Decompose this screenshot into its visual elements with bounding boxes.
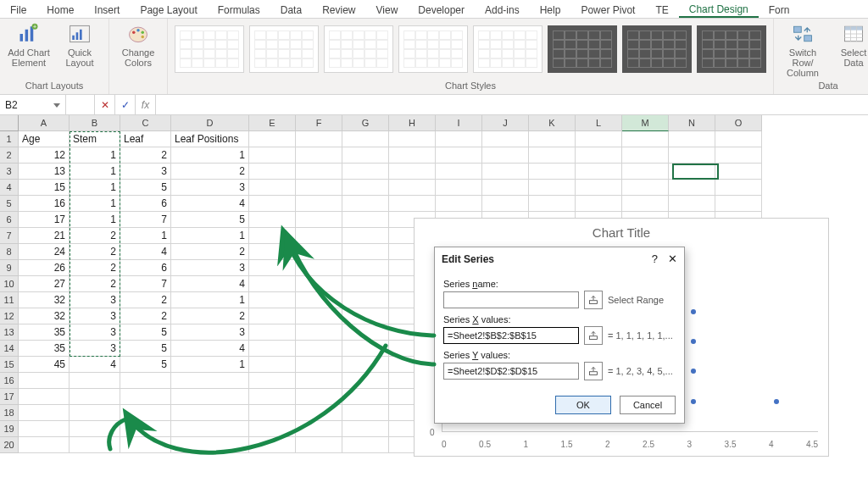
ribbon-tab-help[interactable]: Help [530,0,571,18]
quick-layout-button[interactable]: Quick Layout [58,22,102,68]
cell[interactable] [296,341,342,357]
cell[interactable] [249,131,296,147]
cell[interactable] [436,147,482,164]
cell[interactable] [342,308,389,324]
chart-style-thumb[interactable] [175,25,244,73]
ribbon-tab-te[interactable]: TE [645,0,678,18]
cell[interactable] [622,131,669,147]
cell[interactable]: Leaf Positions [171,131,249,147]
add-chart-element-button[interactable]: + Add Chart Element [7,22,51,68]
cell[interactable]: 4 [171,276,249,292]
cell[interactable] [249,357,296,373]
cell[interactable] [171,389,249,405]
chart-style-thumb[interactable] [548,25,617,73]
cell[interactable] [249,389,296,405]
cell[interactable] [70,389,120,405]
formula-input[interactable] [156,95,868,114]
cell[interactable]: 32 [19,292,70,308]
cell[interactable] [342,244,389,260]
cell[interactable] [296,292,342,308]
chart-style-gallery[interactable] [175,22,766,73]
cell[interactable]: 6 [120,260,171,276]
cell[interactable]: 2 [120,308,171,324]
cell[interactable]: 5 [120,324,171,341]
name-box[interactable]: B2 [0,95,66,114]
cell[interactable] [576,164,622,180]
switch-row-column-button[interactable]: Switch Row/ Column [781,22,825,78]
cancel-formula-icon[interactable]: ✕ [95,95,115,114]
cell[interactable] [70,405,120,421]
cell[interactable] [19,373,70,389]
cell[interactable] [715,196,762,212]
cell[interactable] [296,147,342,164]
cell[interactable] [715,164,762,180]
ribbon-tab-add-ins[interactable]: Add-ins [475,0,530,18]
cell[interactable] [342,324,389,341]
cell[interactable] [342,405,389,421]
chart-style-thumb[interactable] [697,25,766,73]
cell[interactable]: 2 [70,260,120,276]
cell[interactable]: 5 [120,357,171,373]
cell[interactable] [389,196,436,212]
cell[interactable] [19,421,70,437]
row-header[interactable]: 11 [0,292,19,308]
cell[interactable] [249,373,296,389]
cell[interactable] [249,276,296,292]
cell[interactable] [249,308,296,324]
cell[interactable] [389,180,436,196]
cell[interactable] [120,373,171,389]
cell[interactable]: 1 [70,212,120,228]
row-header[interactable]: 2 [0,147,19,164]
cell[interactable] [249,405,296,421]
cell[interactable] [576,180,622,196]
cell[interactable] [576,147,622,164]
column-header[interactable]: D [171,115,249,131]
cell[interactable] [622,180,669,196]
cell[interactable]: 2 [171,244,249,260]
cell[interactable] [342,196,389,212]
cell[interactable] [249,147,296,164]
cell[interactable] [249,180,296,196]
column-header[interactable]: C [120,115,171,131]
change-colors-button[interactable]: Change Colors [116,22,160,68]
cell[interactable]: 3 [70,308,120,324]
cell[interactable] [296,389,342,405]
row-header[interactable]: 18 [0,405,19,421]
cell[interactable]: 2 [120,147,171,164]
column-header[interactable]: J [482,115,529,131]
cell[interactable]: 13 [19,164,70,180]
cell[interactable]: 15 [19,180,70,196]
row-header[interactable]: 7 [0,228,19,244]
ribbon-tab-insert[interactable]: Insert [84,0,130,18]
cell[interactable]: 3 [70,324,120,341]
row-header[interactable]: 9 [0,260,19,276]
column-header[interactable]: H [389,115,436,131]
cell[interactable] [436,196,482,212]
cell[interactable] [436,164,482,180]
confirm-formula-icon[interactable]: ✓ [115,95,136,114]
cell[interactable] [482,131,529,147]
cell[interactable]: 26 [19,260,70,276]
row-header[interactable]: 17 [0,389,19,405]
ribbon-tab-view[interactable]: View [366,0,409,18]
cell[interactable]: Leaf [120,131,171,147]
chart-style-thumb[interactable] [249,25,319,73]
dialog-close-button[interactable]: ✕ [668,252,677,265]
range-picker-button[interactable] [584,326,603,345]
series-y-input[interactable]: =Sheet2!$D$2:$D$15 [443,363,579,380]
cell[interactable] [296,324,342,341]
cell[interactable] [296,228,342,244]
row-header[interactable]: 8 [0,244,19,260]
cell[interactable] [436,131,482,147]
cell[interactable] [715,180,762,196]
cell[interactable] [171,437,249,453]
cell[interactable] [482,196,529,212]
cell[interactable] [342,147,389,164]
ribbon-tab-chart-design[interactable]: Chart Design [679,0,759,18]
cell[interactable] [296,260,342,276]
cell[interactable] [576,131,622,147]
row-header[interactable]: 16 [0,373,19,389]
cell[interactable] [70,373,120,389]
cell[interactable]: 45 [19,357,70,373]
cell[interactable] [529,180,576,196]
